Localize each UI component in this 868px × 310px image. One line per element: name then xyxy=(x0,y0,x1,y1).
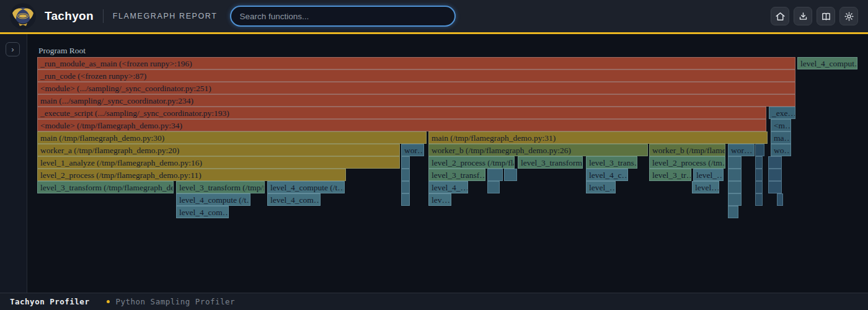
header: Tachyon FLAMEGRAPH REPORT xyxy=(0,0,868,34)
home-icon xyxy=(775,11,786,22)
flame-bar[interactable]: worker_b (/tmp/flame… xyxy=(649,144,725,156)
app-title: Tachyon xyxy=(45,9,94,23)
brightness-icon xyxy=(844,11,854,22)
flame-bar[interactable]: level_4_compute (/t… xyxy=(176,193,250,206)
sidebar: › xyxy=(0,34,27,293)
flame-bar[interactable]: _run_code (<frozen runpy>:87) xyxy=(37,69,795,82)
tachyon-app: Tachyon FLAMEGRAPH REPORT xyxy=(0,0,868,310)
flame-bar[interactable]: level_4_com… xyxy=(267,193,321,206)
search-input[interactable] xyxy=(230,6,456,27)
download-icon xyxy=(798,11,808,22)
footer-bullet-icon xyxy=(107,300,110,303)
flame-bar[interactable]: <module> (.../sampling/_sync_coordinator… xyxy=(37,82,795,94)
flame-bar[interactable] xyxy=(728,169,742,181)
book-icon xyxy=(821,11,831,22)
flame-bar[interactable] xyxy=(777,193,783,206)
flame-bar[interactable] xyxy=(755,193,763,206)
flame-bar[interactable]: level_4_c… xyxy=(586,169,628,181)
flame-bar[interactable] xyxy=(728,206,738,218)
flamegraph-root-label: Program Root xyxy=(38,45,86,57)
flame-bar[interactable] xyxy=(755,156,763,169)
flame-bar[interactable] xyxy=(755,144,764,156)
header-divider xyxy=(103,9,104,23)
flame-bar[interactable]: main (/tmp/flamegraph_demo.py:31) xyxy=(428,131,768,144)
flame-bar[interactable]: level_3_trans… xyxy=(586,156,637,169)
flame-bar[interactable] xyxy=(768,156,782,169)
flame-bar[interactable]: lev… xyxy=(428,193,451,206)
download-button[interactable] xyxy=(794,7,812,25)
flame-bar[interactable] xyxy=(728,156,742,169)
flame-bar[interactable] xyxy=(728,181,742,193)
flame-bar[interactable]: wor… xyxy=(728,144,755,156)
sidebar-expand-button[interactable]: › xyxy=(6,42,20,56)
flame-bar[interactable]: level_4_… xyxy=(428,181,468,193)
flame-bar[interactable]: level_2_process (/tmp/fla… xyxy=(428,156,515,169)
flame-bar[interactable]: <module> (/tmp/flamegraph_demo.py:34) xyxy=(37,119,766,131)
docs-button[interactable] xyxy=(817,7,835,25)
flame-bar[interactable]: level_4_com… xyxy=(176,206,229,218)
flame-bar[interactable]: level_4_compute (/t… xyxy=(267,181,345,193)
flame-bar[interactable]: wo… xyxy=(771,144,791,156)
flame-bar[interactable]: ma… xyxy=(771,131,791,144)
report-type-label: FLAMEGRAPH REPORT xyxy=(113,12,218,20)
flame-bar[interactable]: worker_b (/tmp/flamegraph_demo.py:26) xyxy=(428,144,648,156)
flame-bar[interactable] xyxy=(755,181,763,193)
flamegraph-panel: Program Root _run_module_as_main (<froze… xyxy=(27,34,868,293)
flame-bar[interactable] xyxy=(401,169,410,181)
flame-bar[interactable]: level_3_transf… xyxy=(428,169,485,181)
flame-bar[interactable]: _execute_script (.../sampling/_sync_coor… xyxy=(37,107,766,119)
flame-bar[interactable]: level_3_tr… xyxy=(649,169,691,181)
flame-bar[interactable]: level_2_process (/tmp/flamegraph_demo.py… xyxy=(37,169,346,181)
theme-toggle-button[interactable] xyxy=(839,7,858,25)
flame-bar[interactable]: _run_module_as_main (<frozen runpy>:196) xyxy=(37,57,795,69)
flame-bar[interactable]: level_3_transform (/tmp/fl… xyxy=(176,181,265,193)
flame-bar[interactable] xyxy=(401,193,410,206)
flame-bar[interactable]: level_4_comput… xyxy=(797,57,857,69)
flame-bar[interactable] xyxy=(401,181,410,193)
flame-bar[interactable]: main (.../sampling/_sync_coordinator.py:… xyxy=(37,94,795,107)
flame-bar[interactable]: wor… xyxy=(401,144,424,156)
flame-bar[interactable] xyxy=(728,193,742,206)
flame-bar[interactable]: level_1_analyze (/tmp/flamegraph_demo.py… xyxy=(37,156,400,169)
footer: Tachyon Profiler Python Sampling Profile… xyxy=(0,293,868,310)
home-button[interactable] xyxy=(771,7,789,25)
flame-bar[interactable]: _exe… xyxy=(769,107,795,119)
flame-bar[interactable] xyxy=(487,169,503,181)
flame-bar[interactable]: level_2_process (/tm… xyxy=(649,156,725,169)
flame-bar[interactable] xyxy=(768,169,782,181)
flame-bar[interactable] xyxy=(401,156,410,169)
flame-bar[interactable]: level_… xyxy=(693,169,724,181)
flame-bar[interactable]: main (/tmp/flamegraph_demo.py:30) xyxy=(37,131,427,144)
flame-bar[interactable]: level… xyxy=(692,181,719,193)
flame-bar[interactable] xyxy=(504,169,517,181)
flame-bar[interactable]: level_… xyxy=(586,181,616,193)
flame-bar[interactable]: <m… xyxy=(771,119,791,131)
footer-app-name: Tachyon Profiler xyxy=(10,297,89,306)
footer-subtitle: Python Sampling Profiler xyxy=(115,297,235,306)
flame-bar[interactable] xyxy=(768,181,782,193)
tachyon-logo-icon xyxy=(10,3,36,29)
flame-bar[interactable] xyxy=(755,169,763,181)
flame-bar[interactable]: worker_a (/tmp/flamegraph_demo.py:20) xyxy=(37,144,400,156)
flame-bar[interactable] xyxy=(487,181,500,193)
flame-bar[interactable]: level_3_transform (/tmp/flamegraph_dem… xyxy=(37,181,174,193)
flame-bar[interactable]: level_3_transform… xyxy=(518,156,583,169)
